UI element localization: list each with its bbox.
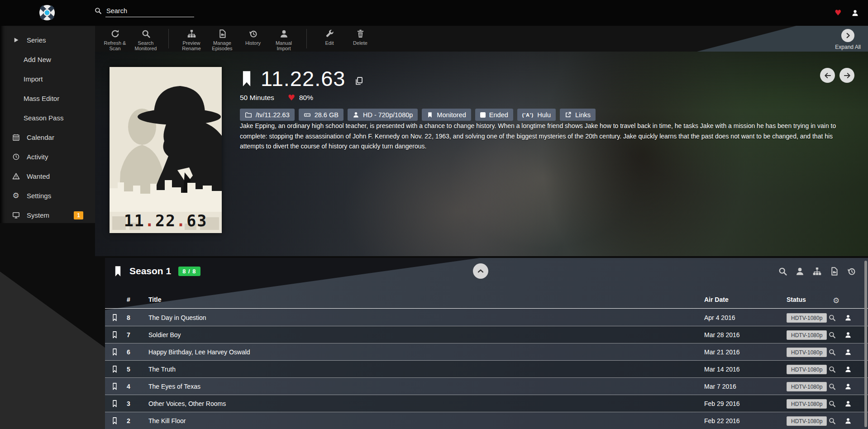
refresh-icon: [110, 29, 120, 38]
episode-status-cell: HDTV-1080p: [787, 417, 827, 425]
manage-episodes-button[interactable]: Manage Episodes: [207, 26, 238, 52]
sidebar-item-series[interactable]: Series: [0, 30, 95, 50]
episode-search-icon[interactable]: [828, 382, 836, 390]
sidebar-item-season-pass[interactable]: Season Pass: [0, 108, 95, 128]
episode-manual-search-icon[interactable]: [844, 366, 852, 373]
clock-icon: [12, 153, 20, 161]
episode-title[interactable]: Other Voices, Other Rooms: [148, 400, 226, 407]
episode-monitored-bookmark-icon[interactable]: [111, 382, 118, 391]
sidebar-item-label: Calendar: [27, 133, 54, 141]
season-search-icon[interactable]: [778, 267, 787, 276]
sidebar-item-activity[interactable]: Activity: [0, 147, 95, 167]
sidebar-item-system[interactable]: System 1: [0, 205, 95, 225]
episode-row[interactable]: 3 Other Voices, Other Rooms Feb 29 2016 …: [105, 395, 868, 412]
episode-monitored-bookmark-icon[interactable]: [111, 399, 118, 408]
season-rename-sitemap-icon[interactable]: [812, 267, 822, 276]
series-rating: 80%: [299, 94, 313, 102]
person-icon: [353, 111, 359, 118]
sidebar-item-calendar[interactable]: Calendar: [0, 128, 95, 147]
episode-manual-search-icon[interactable]: [844, 400, 852, 407]
episode-manual-search-icon[interactable]: [844, 383, 852, 390]
season-file-icon[interactable]: [830, 267, 839, 276]
search-icon: [94, 7, 102, 14]
episode-row[interactable]: 4 The Eyes of Texas Mar 7 2016 HDTV-1080…: [105, 378, 868, 395]
copy-title-icon[interactable]: [354, 76, 363, 86]
column-header-air-date: Air Date: [704, 296, 729, 303]
episode-title[interactable]: Happy Birthday, Lee Harvey Oswald: [148, 348, 250, 356]
series-monitored-bookmark-icon[interactable]: [240, 70, 253, 88]
episode-status-cell: HDTV-1080p: [787, 365, 827, 373]
edit-button[interactable]: Edit: [314, 26, 345, 52]
sidebar-item-wanted[interactable]: Wanted: [0, 167, 95, 186]
episode-title[interactable]: The Kill Floor: [148, 417, 186, 424]
column-header-title: Title: [148, 296, 162, 303]
user-account-icon[interactable]: [851, 9, 859, 17]
episode-quality-badge: HDTV-1080p: [787, 330, 827, 340]
episode-quality-badge: HDTV-1080p: [787, 382, 827, 391]
vertical-scrollbar[interactable]: [864, 261, 867, 427]
links-badge[interactable]: Links: [560, 109, 596, 121]
episode-row[interactable]: 8 The Day in Question Apr 4 2016 HDTV-10…: [105, 309, 868, 326]
episode-status-cell: HDTV-1080p: [787, 331, 827, 339]
episode-quality-badge: HDTV-1080p: [787, 416, 827, 426]
episode-search-icon[interactable]: [828, 365, 836, 373]
episode-row[interactable]: 2 The Kill Floor Feb 22 2016 HDTV-1080p: [105, 412, 868, 429]
chevron-right-icon: [844, 32, 852, 39]
sidebar-item-label: Add New: [24, 56, 51, 63]
search-input[interactable]: [105, 6, 194, 17]
episode-title[interactable]: The Truth: [148, 366, 176, 373]
delete-button[interactable]: Delete: [345, 26, 376, 52]
episode-row[interactable]: 5 The Truth Mar 14 2016 HDTV-1080p: [105, 361, 868, 378]
history-button[interactable]: History: [238, 26, 268, 52]
episode-search-icon[interactable]: [828, 348, 836, 356]
episode-number: 6: [127, 348, 130, 356]
episode-monitored-bookmark-icon[interactable]: [111, 313, 118, 322]
episode-manual-search-icon[interactable]: [844, 417, 852, 424]
sidebar-item-mass-editor[interactable]: Mass Editor: [0, 89, 95, 108]
sidebar-item-import[interactable]: Import: [0, 69, 95, 89]
episode-title[interactable]: The Eyes of Texas: [148, 383, 200, 390]
season-history-icon[interactable]: [847, 267, 856, 276]
sidebar-item-add-new[interactable]: Add New: [0, 50, 95, 69]
preview-rename-button[interactable]: Preview Rename: [176, 26, 207, 52]
sidebar-item-settings[interactable]: ⚙ Settings: [0, 186, 95, 205]
donate-heart-icon[interactable]: ♥: [835, 9, 841, 17]
table-options-gear-icon[interactable]: ⚙: [833, 297, 839, 305]
episode-air-date: Apr 4 2016: [704, 314, 735, 321]
episode-monitored-bookmark-icon[interactable]: [111, 416, 118, 425]
quality-profile-badge: HD - 720p/1080p: [348, 109, 418, 121]
episode-search-icon[interactable]: [828, 314, 836, 321]
season-monitored-bookmark-icon[interactable]: [113, 265, 123, 277]
episode-manual-search-icon[interactable]: [844, 314, 852, 321]
episode-manual-search-icon[interactable]: [844, 331, 852, 338]
episode-title[interactable]: Soldier Boy: [148, 331, 181, 338]
person-icon: [279, 29, 289, 38]
column-header-number: #: [127, 296, 130, 303]
episode-row[interactable]: 7 Soldier Boy Mar 28 2016 HDTV-1080p: [105, 326, 868, 343]
expand-all-button[interactable]: Expand All: [835, 29, 861, 50]
episode-search-icon[interactable]: [828, 417, 836, 424]
collapse-season-button[interactable]: [473, 263, 488, 279]
search-monitored-button[interactable]: Search Monitored: [130, 26, 161, 52]
episode-air-date: Mar 28 2016: [704, 331, 740, 338]
episode-monitored-bookmark-icon[interactable]: [111, 348, 118, 356]
sidebar-item-label: Wanted: [27, 172, 50, 180]
episode-monitored-bookmark-icon[interactable]: [111, 365, 118, 373]
episode-title[interactable]: The Day in Question: [148, 314, 206, 321]
season-interactive-import-icon[interactable]: [795, 267, 805, 276]
episode-air-date: Mar 7 2016: [704, 383, 736, 390]
episode-monitored-bookmark-icon[interactable]: [111, 330, 118, 339]
sonarr-logo-icon[interactable]: [39, 5, 55, 21]
top-bar: ♥: [0, 0, 868, 26]
sidebar-item-label: Activity: [27, 153, 48, 161]
series-poster[interactable]: 11.22.63: [110, 67, 222, 233]
episode-manual-search-icon[interactable]: [844, 348, 852, 356]
rating-heart-icon: ♥: [288, 94, 295, 102]
episode-number: 8: [127, 314, 130, 321]
refresh-scan-button[interactable]: Refresh & Scan: [100, 26, 130, 52]
episode-search-icon[interactable]: [828, 400, 836, 407]
episode-row[interactable]: 6 Happy Birthday, Lee Harvey Oswald Mar …: [105, 343, 868, 361]
manual-import-button[interactable]: Manual Import: [268, 26, 299, 52]
episode-search-icon[interactable]: [828, 331, 836, 338]
gear-icon: ⚙: [12, 192, 20, 200]
